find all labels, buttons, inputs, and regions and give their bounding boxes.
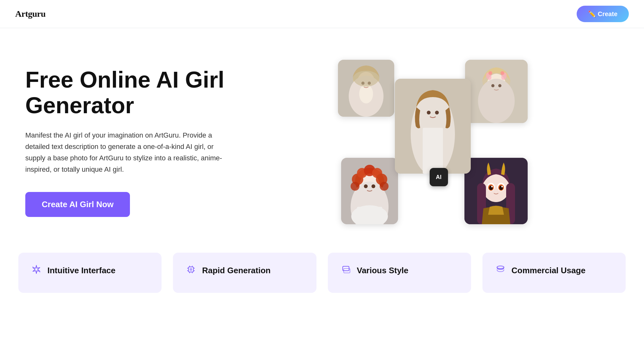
collage-image-3 [395,79,471,174]
collage-image-5 [464,158,528,224]
feature-icon-row-rapid: Rapid Generation [186,264,271,277]
collage-image-1 [338,60,394,117]
svg-point-16 [498,84,501,87]
layers-icon [340,264,351,277]
feature-title-intuitive: Intuitive Interface [47,266,115,275]
features-bar: Intuitive Interface Rapid Genera [0,253,644,293]
ai-badge: AI [430,168,448,186]
svg-point-35 [364,184,368,188]
feature-card-rapid: Rapid Generation [173,253,316,293]
hero-description: Manifest the AI girl of your imagination… [25,130,228,176]
svg-point-19 [488,71,492,75]
svg-point-28 [427,111,431,114]
feature-title-rapid: Rapid Generation [202,266,271,275]
logo[interactable]: Artguru [15,9,46,19]
hero-title: Free Online AI Girl Generator [25,67,228,118]
hero-left: Free Online AI Girl Generator Manifest t… [25,67,228,217]
svg-point-15 [491,84,494,87]
feature-card-commercial: Commercial Usage [482,253,626,293]
svg-point-43 [380,182,389,191]
feature-title-various: Various Style [357,266,408,275]
svg-rect-60 [190,268,192,271]
collage-image-4 [341,158,398,224]
svg-point-42 [351,182,359,191]
svg-point-29 [435,111,439,114]
chip-icon [186,264,196,277]
svg-point-71 [497,266,504,268]
svg-rect-45 [357,207,382,224]
header: Artguru ✏️ Create [0,0,644,28]
feature-title-commercial: Commercial Usage [512,266,586,275]
hero-image-collage: AI [247,57,619,227]
feature-icon-row-intuitive: Intuitive Interface [31,264,115,277]
svg-point-58 [501,186,503,188]
header-create-button[interactable]: ✏️ Create [577,6,629,22]
hero-cta-button[interactable]: Create AI Girl Now [25,192,130,217]
feature-icon-row-commercial: Commercial Usage [495,264,586,277]
collage-image-2 [465,60,528,123]
collage: AI [338,60,528,224]
hero-section: Free Online AI Girl Generator Manifest t… [0,28,644,250]
svg-point-14 [478,79,515,123]
feature-card-various: Various Style [328,253,471,293]
feature-icon-row-various: Various Style [340,264,408,277]
feature-card-intuitive: Intuitive Interface [18,253,162,293]
svg-point-20 [500,71,504,75]
svg-rect-27 [423,128,443,174]
svg-point-36 [371,184,375,188]
sparkle-icon [31,264,42,277]
svg-point-57 [491,186,493,188]
stack-icon [495,264,506,277]
